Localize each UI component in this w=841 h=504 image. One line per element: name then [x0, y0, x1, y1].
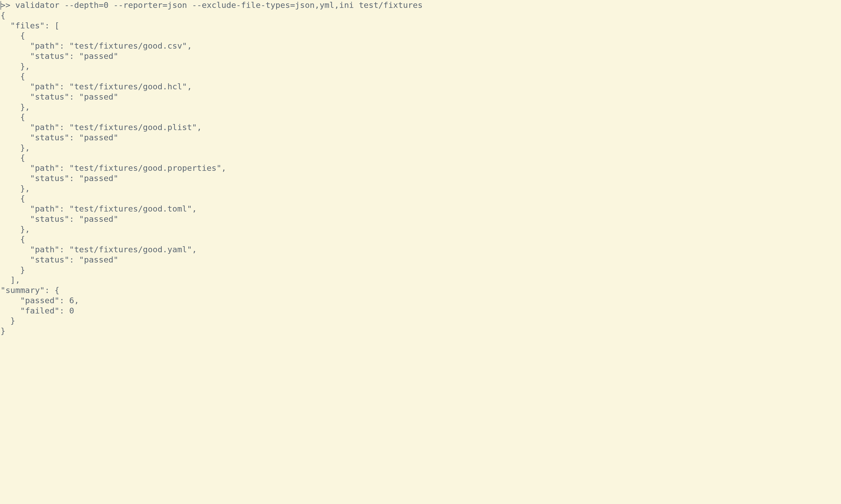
- json-output: { "files": [ { "path": "test/fixtures/go…: [1, 11, 226, 336]
- shell-prompt: >>: [1, 0, 10, 10]
- terminal-output[interactable]: >> validator --depth=0 --reporter=json -…: [0, 0, 841, 336]
- shell-command: validator --depth=0 --reporter=json --ex…: [15, 0, 423, 10]
